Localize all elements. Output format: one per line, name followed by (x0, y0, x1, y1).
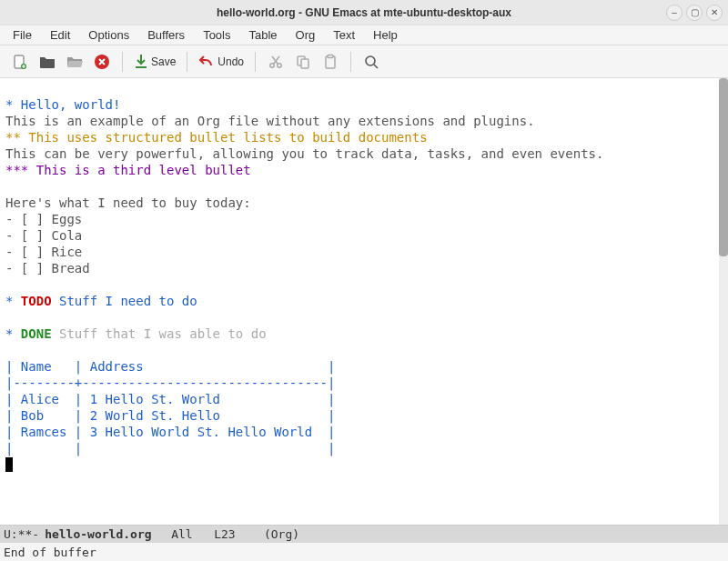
done-title: Stuff that I was able to do (52, 326, 267, 341)
scissors-icon (268, 54, 284, 70)
dired-button[interactable] (62, 49, 87, 75)
menu-buffers[interactable]: Buffers (138, 26, 194, 44)
menu-help[interactable]: Help (364, 26, 407, 44)
undo-label: Undo (217, 55, 244, 68)
svg-rect-3 (136, 66, 147, 68)
close-button[interactable]: ✕ (706, 5, 723, 21)
folder-icon (38, 54, 56, 70)
kill-buffer-button[interactable] (89, 49, 115, 75)
org-heading-2: ** This uses structured bullet lists to … (5, 130, 428, 145)
modeline-buffer-name: hello-world.org (45, 527, 151, 541)
minibuffer-message: End of buffer (4, 546, 96, 559)
menu-file[interactable]: File (4, 26, 41, 44)
checkbox-item: - [ ] Rice (5, 245, 82, 259)
minimize-button[interactable]: – (666, 5, 682, 21)
open-file-button[interactable] (35, 49, 60, 75)
toolbar-separator (122, 52, 123, 72)
checkbox-item: - [ ] Cola (5, 228, 82, 243)
modeline[interactable]: U:**- hello-world.org All L23 (Org) (0, 525, 728, 543)
table-row: | | | (5, 441, 335, 456)
table-row: | Bob | 2 World St. Hello | (5, 408, 335, 423)
org-heading-1: * Hello, world! (5, 97, 120, 112)
window-controls: – ▢ ✕ (666, 5, 723, 21)
close-icon (94, 54, 110, 70)
undo-button[interactable]: Undo (195, 49, 248, 75)
svg-rect-7 (301, 59, 308, 68)
checkbox-item: - [ ] Bread (5, 261, 90, 275)
search-button[interactable] (359, 49, 384, 75)
folder-open-icon (66, 54, 84, 70)
window-title: hello-world.org - GNU Emacs at mte-ubunt… (217, 6, 511, 19)
svg-rect-9 (328, 55, 333, 57)
cut-button[interactable] (263, 49, 288, 75)
scrollbar-thumb[interactable] (719, 78, 728, 256)
menu-tools[interactable]: Tools (194, 26, 239, 44)
text-line: Here's what I need to buy today: (5, 195, 251, 210)
org-heading-1: * (5, 326, 21, 341)
svg-point-10 (366, 56, 375, 65)
toolbar-separator (350, 52, 351, 72)
done-keyword: DONE (21, 326, 52, 341)
scrollbar[interactable] (719, 78, 728, 525)
text-line: This can be very powerful, allowing you … (5, 146, 603, 161)
org-heading-3: *** This is a third level bullet (5, 163, 251, 177)
checkbox-item: - [ ] Eggs (5, 212, 82, 226)
cursor (5, 457, 13, 472)
save-icon (134, 54, 148, 70)
modeline-status: U:**- (4, 527, 39, 541)
minibuffer[interactable]: End of buffer (0, 543, 728, 561)
titlebar: hello-world.org - GNU Emacs at mte-ubunt… (0, 0, 728, 25)
org-heading-1: * (5, 294, 21, 308)
copy-button[interactable] (290, 49, 316, 75)
copy-icon (295, 54, 311, 70)
menu-table[interactable]: Table (239, 26, 286, 44)
table-row: | Alice | 1 Hello St. World | (5, 392, 335, 406)
new-file-button[interactable] (7, 49, 33, 75)
todo-keyword: TODO (21, 294, 52, 308)
modeline-line: L23 (214, 527, 235, 541)
menu-text[interactable]: Text (324, 26, 364, 44)
editor-buffer[interactable]: * Hello, world! This is an example of an… (0, 78, 728, 525)
menu-options[interactable]: Options (79, 26, 138, 44)
menu-edit[interactable]: Edit (41, 26, 79, 44)
search-icon (363, 54, 379, 70)
paste-button[interactable] (318, 49, 343, 75)
save-label: Save (151, 55, 176, 68)
table-row: | Ramces | 3 Hello World St. Hello World… (5, 425, 335, 439)
text-line: This is an example of an Org file withou… (5, 114, 535, 128)
table-separator: |--------+------------------------------… (5, 376, 335, 390)
modeline-position: All (171, 527, 192, 541)
toolbar-separator (255, 52, 256, 72)
paste-icon (322, 54, 339, 70)
menu-org[interactable]: Org (287, 26, 325, 44)
menubar: File Edit Options Buffers Tools Table Or… (0, 25, 728, 45)
modeline-mode: (Org) (264, 527, 299, 541)
toolbar: Save Undo (0, 45, 728, 78)
undo-icon (198, 55, 215, 69)
maximize-button[interactable]: ▢ (686, 5, 703, 21)
todo-title: Stuff I need to do (52, 294, 197, 308)
table-header: | Name | Address | (5, 359, 335, 374)
toolbar-separator (187, 52, 187, 72)
new-file-icon (12, 54, 28, 70)
save-button[interactable]: Save (130, 49, 179, 75)
